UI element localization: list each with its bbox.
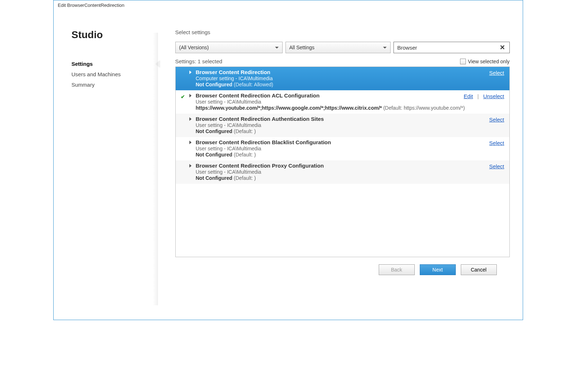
expand-arrow-icon[interactable]	[189, 141, 192, 144]
setting-scope: User setting - ICA\Multimedia	[196, 122, 504, 128]
filter-row: (All Versions) All Settings ✕	[175, 42, 510, 53]
setting-title: Browser Content Redirection Proxy Config…	[196, 163, 504, 169]
setting-row[interactable]: Browser Content Redirection Authenticati…	[176, 114, 509, 137]
setting-status: https://www.youtube.com/*;https://www.go…	[196, 105, 504, 111]
dialog-window: Edit BrowserContentRedirection Studio Se…	[53, 0, 523, 320]
expand-arrow-icon[interactable]	[189, 164, 192, 168]
setting-status: Not Configured (Default: Allowed)	[196, 82, 504, 87]
cancel-button[interactable]: Cancel	[461, 264, 497, 275]
expand-arrow-icon[interactable]	[189, 94, 192, 97]
expand-arrow-icon[interactable]	[189, 70, 192, 74]
setting-actions: Select	[489, 117, 504, 123]
setting-row[interactable]: Browser Content Redirection Proxy Config…	[176, 160, 509, 184]
settings-count-row: Settings: 1 selected View selected only	[175, 58, 510, 64]
category-filter-value: All Settings	[289, 45, 315, 50]
back-button[interactable]: Back	[379, 264, 415, 275]
wizard-footer: Back Next Cancel	[175, 257, 510, 284]
setting-actions: Select	[489, 140, 504, 146]
select-link[interactable]: Select	[489, 140, 504, 146]
select-link[interactable]: Select	[489, 117, 504, 123]
chevron-down-icon	[383, 47, 387, 49]
setting-title: Browser Content Redirection Blacklist Co…	[196, 139, 504, 145]
chevron-down-icon	[275, 47, 279, 49]
unselect-link[interactable]: Unselect	[483, 93, 504, 99]
content-area: Studio Settings Users and Machines Summa…	[54, 11, 523, 320]
setting-title: Browser Content Redirection Authenticati…	[196, 116, 504, 122]
view-selected-only-toggle[interactable]: View selected only	[460, 59, 510, 64]
setting-row[interactable]: Browser Content Redirection Blacklist Co…	[176, 137, 509, 160]
setting-status: Not Configured (Default: )	[196, 152, 504, 158]
setting-scope: User setting - ICA\Multimedia	[196, 99, 504, 105]
setting-actions: Select	[489, 70, 504, 76]
brand-title: Studio	[72, 29, 158, 41]
setting-title: Browser Content Redirection ACL Configur…	[196, 92, 504, 99]
settings-count-label: Settings: 1 selected	[175, 58, 222, 64]
sidebar-item-users-and-machines[interactable]: Users and Machines	[72, 69, 158, 79]
setting-status: Not Configured (Default: )	[196, 128, 504, 134]
setting-scope: Computer setting - ICA\Multimedia	[196, 76, 504, 81]
select-link[interactable]: Select	[489, 70, 504, 76]
version-filter-dropdown[interactable]: (All Versions)	[175, 42, 283, 53]
setting-status: Not Configured (Default: )	[196, 175, 504, 181]
sidebar: Studio Settings Users and Machines Summa…	[54, 11, 158, 320]
select-settings-heading: Select settings	[175, 29, 510, 35]
sidebar-item-settings[interactable]: Settings	[72, 59, 158, 69]
select-link[interactable]: Select	[489, 163, 504, 169]
setting-title: Browser Content Redirection	[196, 69, 504, 75]
setting-scope: User setting - ICA\Multimedia	[196, 169, 504, 175]
settings-list: Browser Content Redirection Computer set…	[175, 67, 510, 257]
expand-arrow-icon[interactable]	[189, 117, 192, 121]
version-filter-value: (All Versions)	[179, 45, 209, 50]
sidebar-item-summary[interactable]: Summary	[72, 79, 158, 90]
setting-row[interactable]: ✔ Browser Content Redirection ACL Config…	[176, 90, 509, 114]
setting-actions: Edit | Unselect	[464, 93, 504, 99]
search-box[interactable]: ✕	[393, 42, 510, 53]
main-panel: Select settings (All Versions) All Setti…	[158, 11, 523, 320]
search-input[interactable]	[397, 45, 498, 51]
setting-actions: Select	[489, 163, 504, 169]
clear-search-icon[interactable]: ✕	[498, 44, 507, 51]
category-filter-dropdown[interactable]: All Settings	[285, 42, 391, 53]
next-button[interactable]: Next	[420, 264, 456, 275]
window-title: Edit BrowserContentRedirection	[54, 0, 523, 11]
checkbox-icon[interactable]	[460, 59, 466, 64]
check-icon: ✔	[181, 94, 185, 100]
edit-link[interactable]: Edit	[464, 93, 473, 99]
setting-row[interactable]: Browser Content Redirection Computer set…	[176, 67, 509, 90]
view-selected-only-label: View selected only	[468, 59, 510, 64]
setting-scope: User setting - ICA\Multimedia	[196, 146, 504, 151]
